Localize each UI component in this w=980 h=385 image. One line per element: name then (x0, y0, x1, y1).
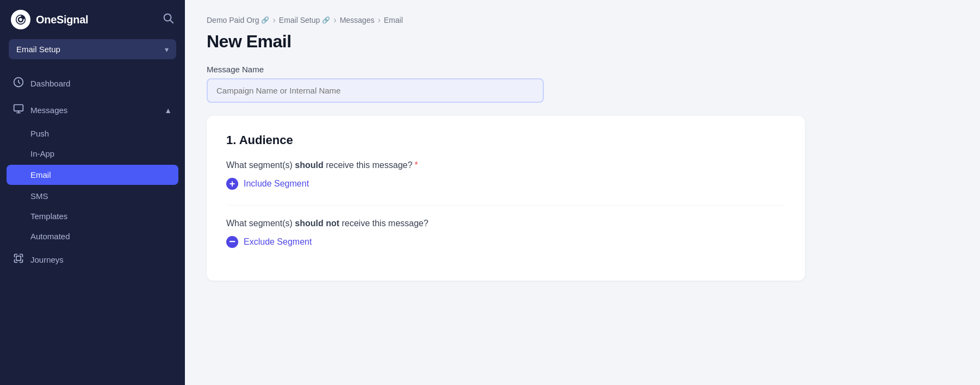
sidebar-item-automated[interactable]: Automated (0, 226, 185, 246)
exclude-segment-label: Exclude Segment (244, 237, 312, 247)
page-title: New Email (207, 32, 958, 52)
sidebar-header: OneSignal (0, 0, 185, 39)
main-content: Demo Paid Org 🔗 › Email Setup 🔗 › Messag… (185, 0, 980, 385)
search-icon[interactable] (162, 12, 174, 27)
audience-section-title: 1. Audience (226, 133, 785, 147)
messages-icon (13, 103, 24, 117)
app-selector[interactable]: Email Setup ▾ (9, 39, 176, 59)
exclude-segment-button[interactable]: − Exclude Segment (226, 236, 785, 248)
include-segment-button[interactable]: + Include Segment (226, 178, 785, 190)
breadcrumb-messages: Messages (340, 16, 375, 24)
breadcrumb: Demo Paid Org 🔗 › Email Setup 🔗 › Messag… (207, 15, 958, 25)
sidebar-item-label-journeys: Journeys (30, 255, 64, 264)
svg-rect-6 (16, 256, 21, 260)
breadcrumb-link-demo-paid-org[interactable]: Demo Paid Org 🔗 (207, 16, 269, 24)
message-name-input[interactable] (207, 78, 544, 103)
sidebar-item-journeys[interactable]: Journeys (0, 246, 185, 273)
breadcrumb-sep-3: › (377, 15, 380, 25)
logo-text: OneSignal (36, 14, 88, 26)
exclude-segment-question: What segment(s) should not receive this … (226, 219, 785, 228)
sidebar-item-in-app[interactable]: In-App (0, 144, 185, 164)
sidebar-nav: Dashboard Messages ▲ Push In-App Email S… (0, 68, 185, 385)
breadcrumb-sep-1: › (272, 15, 275, 25)
audience-section: 1. Audience What segment(s) should recei… (207, 116, 805, 281)
svg-rect-5 (14, 105, 23, 111)
sidebar-item-label-dashboard: Dashboard (30, 79, 70, 88)
breadcrumb-email: Email (384, 16, 403, 24)
include-segment-question: What segment(s) should receive this mess… (226, 160, 785, 170)
section-divider (226, 205, 785, 206)
breadcrumb-link-email-setup[interactable]: Email Setup 🔗 (279, 16, 330, 24)
chevron-up-icon: ▲ (164, 106, 172, 115)
sidebar-item-push[interactable]: Push (0, 123, 185, 144)
breadcrumb-email-setup: Email Setup 🔗 (279, 16, 330, 24)
journeys-icon (13, 253, 24, 266)
chevron-down-icon: ▾ (165, 45, 169, 54)
sidebar-item-label-messages: Messages (30, 105, 67, 115)
svg-point-1 (19, 18, 22, 21)
sidebar: OneSignal Email Setup ▾ Dashboard (0, 0, 185, 385)
logo-area: OneSignal (11, 10, 88, 29)
breadcrumb-sep-2: › (333, 15, 336, 25)
sidebar-item-messages[interactable]: Messages ▲ (0, 97, 185, 123)
include-segment-icon: + (226, 178, 238, 190)
link-icon: 🔗 (261, 16, 269, 24)
sidebar-item-email[interactable]: Email (7, 165, 178, 185)
app-selector-label: Email Setup (16, 45, 60, 54)
sidebar-item-dashboard[interactable]: Dashboard (0, 70, 185, 97)
svg-line-3 (170, 20, 173, 23)
include-segment-label: Include Segment (244, 179, 309, 189)
sidebar-item-sms[interactable]: SMS (0, 186, 185, 206)
sidebar-item-templates[interactable]: Templates (0, 206, 185, 226)
exclude-segment-icon: − (226, 236, 238, 248)
onesignal-logo-icon (11, 10, 30, 29)
dashboard-icon (13, 77, 24, 90)
breadcrumb-demo-paid-org: Demo Paid Org 🔗 (207, 16, 269, 24)
required-indicator: * (414, 160, 418, 170)
message-name-label: Message Name (207, 65, 958, 74)
link-icon-2: 🔗 (322, 16, 330, 24)
